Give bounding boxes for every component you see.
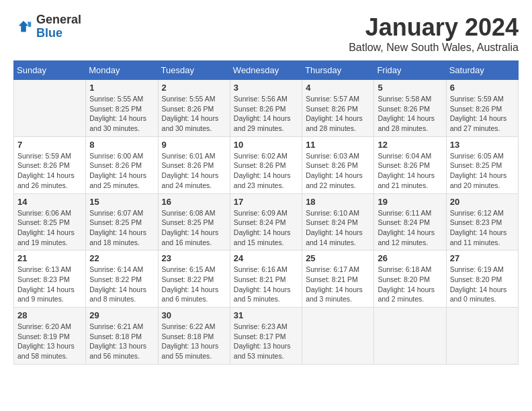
day-info: Sunrise: 6:02 AMSunset: 8:26 PMDaylight:… — [234, 151, 298, 191]
day-number: 22 — [89, 253, 154, 263]
day-info: Sunrise: 6:16 AMSunset: 8:21 PMDaylight:… — [234, 265, 298, 304]
calendar-cell: 9Sunrise: 6:01 AMSunset: 8:26 PMDaylight… — [158, 136, 230, 193]
day-number: 8 — [89, 140, 154, 150]
calendar-cell — [14, 80, 86, 137]
calendar-week-row: 1Sunrise: 5:55 AMSunset: 8:25 PMDaylight… — [14, 80, 519, 137]
calendar-cell: 23Sunrise: 6:15 AMSunset: 8:22 PMDayligh… — [158, 250, 230, 308]
calendar-cell: 30Sunrise: 6:22 AMSunset: 8:18 PMDayligh… — [158, 308, 230, 365]
calendar-cell: 12Sunrise: 6:04 AMSunset: 8:26 PMDayligh… — [374, 136, 446, 193]
day-number: 13 — [450, 140, 515, 150]
day-number: 9 — [162, 140, 226, 150]
logo-text: General Blue — [36, 13, 81, 40]
day-number: 28 — [17, 310, 82, 320]
calendar-table: SundayMondayTuesdayWednesdayThursdayFrid… — [13, 60, 519, 365]
day-info: Sunrise: 6:09 AMSunset: 8:24 PMDaylight:… — [234, 208, 298, 248]
day-number: 6 — [450, 83, 515, 93]
calendar-cell: 11Sunrise: 6:03 AMSunset: 8:26 PMDayligh… — [302, 136, 374, 193]
day-number: 16 — [162, 197, 226, 207]
day-number: 11 — [306, 140, 370, 150]
day-number: 21 — [17, 253, 82, 263]
day-number: 20 — [450, 197, 515, 207]
calendar-cell — [374, 308, 446, 365]
header-saturday: Saturday — [446, 61, 518, 80]
calendar-week-row: 21Sunrise: 6:13 AMSunset: 8:23 PMDayligh… — [14, 250, 519, 308]
header-sunday: Sunday — [14, 61, 86, 80]
day-number: 7 — [17, 140, 82, 150]
day-number: 12 — [378, 140, 442, 150]
logo: General Blue — [13, 13, 81, 40]
day-number: 15 — [89, 197, 154, 207]
day-number: 3 — [234, 83, 298, 93]
calendar-week-row: 7Sunrise: 5:59 AMSunset: 8:26 PMDaylight… — [14, 136, 519, 193]
day-info: Sunrise: 6:14 AMSunset: 8:22 PMDaylight:… — [89, 265, 154, 304]
calendar-cell: 14Sunrise: 6:06 AMSunset: 8:25 PMDayligh… — [14, 193, 86, 250]
day-info: Sunrise: 5:55 AMSunset: 8:26 PMDaylight:… — [162, 94, 226, 134]
day-number: 26 — [378, 253, 442, 263]
day-info: Sunrise: 5:59 AMSunset: 8:26 PMDaylight:… — [450, 94, 515, 134]
day-info: Sunrise: 6:08 AMSunset: 8:25 PMDaylight:… — [162, 208, 226, 248]
month-title: January 2024 — [349, 13, 519, 42]
calendar-cell: 20Sunrise: 6:12 AMSunset: 8:23 PMDayligh… — [446, 193, 518, 250]
day-number: 10 — [234, 140, 298, 150]
calendar-header-row: SundayMondayTuesdayWednesdayThursdayFrid… — [14, 61, 519, 80]
calendar-cell — [446, 308, 518, 365]
day-number: 30 — [162, 310, 226, 320]
day-number: 24 — [234, 253, 298, 263]
day-info: Sunrise: 6:10 AMSunset: 8:24 PMDaylight:… — [306, 208, 370, 248]
calendar-cell: 31Sunrise: 6:23 AMSunset: 8:17 PMDayligh… — [230, 308, 302, 365]
day-number: 27 — [450, 253, 515, 263]
calendar-cell: 3Sunrise: 5:56 AMSunset: 8:26 PMDaylight… — [230, 80, 302, 137]
calendar-cell: 1Sunrise: 5:55 AMSunset: 8:25 PMDaylight… — [86, 80, 158, 137]
day-info: Sunrise: 6:11 AMSunset: 8:24 PMDaylight:… — [378, 208, 442, 248]
day-info: Sunrise: 6:07 AMSunset: 8:25 PMDaylight:… — [89, 208, 154, 248]
calendar-cell: 15Sunrise: 6:07 AMSunset: 8:25 PMDayligh… — [86, 193, 158, 250]
day-number: 17 — [234, 197, 298, 207]
day-info: Sunrise: 6:06 AMSunset: 8:25 PMDaylight:… — [17, 208, 82, 248]
calendar-cell: 7Sunrise: 5:59 AMSunset: 8:26 PMDaylight… — [14, 136, 86, 193]
calendar-cell: 22Sunrise: 6:14 AMSunset: 8:22 PMDayligh… — [86, 250, 158, 308]
calendar-cell: 2Sunrise: 5:55 AMSunset: 8:26 PMDaylight… — [158, 80, 230, 137]
day-info: Sunrise: 6:20 AMSunset: 8:19 PMDaylight:… — [17, 322, 82, 361]
page-header: General Blue January 2024 Batlow, New So… — [13, 13, 519, 54]
calendar-cell: 17Sunrise: 6:09 AMSunset: 8:24 PMDayligh… — [230, 193, 302, 250]
day-number: 29 — [89, 310, 154, 320]
day-info: Sunrise: 6:21 AMSunset: 8:18 PMDaylight:… — [89, 322, 154, 361]
title-area: January 2024 Batlow, New South Wales, Au… — [349, 13, 519, 54]
day-info: Sunrise: 6:15 AMSunset: 8:22 PMDaylight:… — [162, 265, 226, 304]
calendar-cell: 26Sunrise: 6:18 AMSunset: 8:20 PMDayligh… — [374, 250, 446, 308]
calendar-cell: 25Sunrise: 6:17 AMSunset: 8:21 PMDayligh… — [302, 250, 374, 308]
logo-blue: Blue — [36, 27, 81, 40]
calendar-cell: 27Sunrise: 6:19 AMSunset: 8:20 PMDayligh… — [446, 250, 518, 308]
day-info: Sunrise: 6:18 AMSunset: 8:20 PMDaylight:… — [378, 265, 442, 304]
calendar-week-row: 14Sunrise: 6:06 AMSunset: 8:25 PMDayligh… — [14, 193, 519, 250]
calendar-cell: 13Sunrise: 6:05 AMSunset: 8:25 PMDayligh… — [446, 136, 518, 193]
logo-icon — [13, 17, 34, 37]
day-info: Sunrise: 6:04 AMSunset: 8:26 PMDaylight:… — [378, 151, 442, 191]
calendar-cell: 10Sunrise: 6:02 AMSunset: 8:26 PMDayligh… — [230, 136, 302, 193]
calendar-cell: 24Sunrise: 6:16 AMSunset: 8:21 PMDayligh… — [230, 250, 302, 308]
day-info: Sunrise: 5:56 AMSunset: 8:26 PMDaylight:… — [234, 94, 298, 134]
day-number: 5 — [378, 83, 442, 93]
header-monday: Monday — [86, 61, 158, 80]
day-info: Sunrise: 6:05 AMSunset: 8:25 PMDaylight:… — [450, 151, 515, 191]
day-number: 2 — [162, 83, 226, 93]
day-number: 1 — [89, 83, 154, 93]
day-number: 25 — [306, 253, 370, 263]
day-info: Sunrise: 5:57 AMSunset: 8:26 PMDaylight:… — [306, 94, 370, 134]
day-info: Sunrise: 6:23 AMSunset: 8:17 PMDaylight:… — [234, 322, 298, 361]
day-number: 14 — [17, 197, 82, 207]
day-info: Sunrise: 5:58 AMSunset: 8:26 PMDaylight:… — [378, 94, 442, 134]
day-info: Sunrise: 6:17 AMSunset: 8:21 PMDaylight:… — [306, 265, 370, 304]
calendar-cell: 16Sunrise: 6:08 AMSunset: 8:25 PMDayligh… — [158, 193, 230, 250]
day-info: Sunrise: 6:13 AMSunset: 8:23 PMDaylight:… — [17, 265, 82, 304]
header-tuesday: Tuesday — [158, 61, 230, 80]
day-number: 31 — [234, 310, 298, 320]
calendar-cell: 4Sunrise: 5:57 AMSunset: 8:26 PMDaylight… — [302, 80, 374, 137]
day-info: Sunrise: 5:59 AMSunset: 8:26 PMDaylight:… — [17, 151, 82, 191]
day-number: 23 — [162, 253, 226, 263]
day-info: Sunrise: 6:12 AMSunset: 8:23 PMDaylight:… — [450, 208, 515, 248]
header-wednesday: Wednesday — [230, 61, 302, 80]
calendar-cell: 29Sunrise: 6:21 AMSunset: 8:18 PMDayligh… — [86, 308, 158, 365]
header-friday: Friday — [374, 61, 446, 80]
calendar-cell: 21Sunrise: 6:13 AMSunset: 8:23 PMDayligh… — [14, 250, 86, 308]
